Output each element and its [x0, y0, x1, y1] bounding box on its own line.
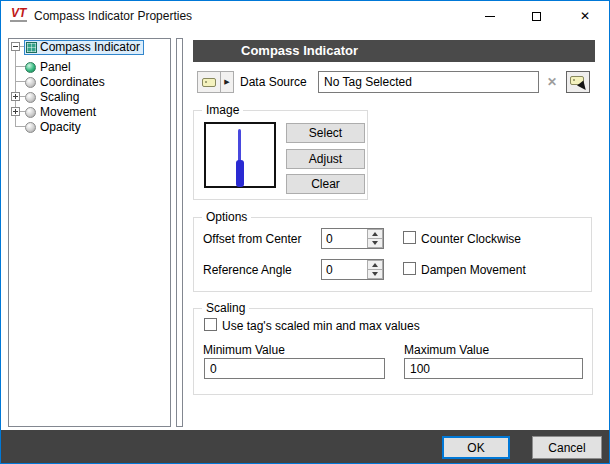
collapse-root-button[interactable] — [11, 42, 20, 51]
dialog-window: VT Compass Indicator Properties ✕ Compas… — [0, 0, 610, 464]
panel-header: Compass Indicator — [193, 40, 595, 62]
tree-item-label: Coordinates — [40, 76, 105, 89]
expand-scaling-button[interactable] — [11, 92, 20, 101]
tree-panel: Compass Indicator Panel Coordinates Scal… — [8, 38, 171, 427]
tree-connector-line — [16, 66, 25, 67]
panel-splitter[interactable] — [176, 38, 183, 427]
use-tag-scaled-label: Use tag's scaled min and max values — [222, 319, 420, 333]
minimize-icon — [485, 16, 495, 17]
maximize-button[interactable] — [513, 1, 559, 31]
tag-menu-expand-button[interactable]: ▶ — [221, 71, 234, 93]
cancel-button[interactable]: Cancel — [532, 436, 602, 459]
app-logo-icon: VT — [10, 7, 27, 22]
spin-up-button[interactable] — [367, 229, 383, 239]
minimize-button[interactable] — [467, 1, 513, 31]
spin-up-icon — [372, 263, 378, 267]
tree-item-label: Opacity — [40, 121, 81, 134]
minimum-value-input[interactable] — [204, 358, 385, 379]
reference-angle-label: Reference Angle — [203, 263, 292, 277]
tag-split-button: ▶ — [197, 71, 234, 93]
tree-item-label: Scaling — [40, 91, 79, 104]
compass-indicator-node-icon — [26, 42, 37, 53]
tree-item-opacity[interactable]: Opacity — [25, 120, 81, 134]
dampen-movement-label: Dampen Movement — [421, 263, 526, 277]
maximum-value-input[interactable] — [404, 358, 583, 379]
spin-down-icon — [372, 272, 378, 276]
node-status-green-icon — [25, 62, 36, 73]
plus-icon — [15, 109, 16, 114]
maximize-icon — [532, 12, 541, 21]
spin-down-icon — [372, 241, 378, 245]
minus-icon — [13, 46, 18, 47]
data-source-label: Data Source — [240, 75, 307, 89]
node-status-icon — [25, 122, 36, 133]
scaling-group: Scaling Use tag's scaled min and max val… — [193, 308, 593, 395]
clear-tag-button[interactable]: ✕ — [542, 72, 562, 92]
adjust-image-button[interactable]: Adjust — [286, 149, 365, 169]
compass-needle-preview — [204, 122, 276, 188]
needle-thick-segment — [236, 160, 244, 187]
tree-item-label: Compass Indicator — [40, 41, 140, 54]
plus-icon — [15, 94, 16, 99]
select-image-button[interactable]: Select — [286, 123, 365, 143]
spin-down-button[interactable] — [367, 270, 383, 279]
scaling-group-title: Scaling — [202, 301, 249, 315]
window-title: Compass Indicator Properties — [34, 9, 192, 23]
ok-button[interactable]: OK — [442, 436, 510, 459]
dampen-movement-checkbox[interactable] — [403, 262, 416, 275]
close-button[interactable]: ✕ — [562, 1, 608, 31]
tree-item-scaling[interactable]: Scaling — [25, 90, 79, 104]
offset-from-center-spinner — [321, 228, 384, 249]
close-icon: ✕ — [580, 10, 590, 22]
tree-connector-line — [16, 81, 25, 82]
node-status-icon — [25, 92, 36, 103]
tag-picker-button[interactable] — [566, 71, 590, 93]
spin-up-button[interactable] — [367, 260, 383, 270]
title-bar: VT Compass Indicator Properties ✕ — [1, 1, 609, 31]
node-status-icon — [25, 107, 36, 118]
counter-clockwise-label: Counter Clockwise — [421, 232, 521, 246]
spin-down-button[interactable] — [367, 239, 383, 248]
footer-bar: OK Cancel — [1, 430, 609, 463]
expand-movement-button[interactable] — [11, 107, 20, 116]
cursor-arrow-icon — [577, 80, 589, 92]
options-group-title: Options — [202, 210, 251, 224]
image-group-title: Image — [202, 103, 243, 117]
tree-item-label: Panel — [40, 61, 71, 74]
tag-menu-button[interactable] — [197, 71, 221, 93]
tree-item-movement[interactable]: Movement — [25, 105, 96, 119]
options-group: Options Offset from Center Counter Clock… — [193, 217, 592, 292]
counter-clockwise-checkbox[interactable] — [403, 231, 416, 244]
reference-angle-spinner — [321, 259, 384, 280]
tree-connector-line — [16, 126, 25, 127]
clear-x-icon: ✕ — [547, 75, 557, 89]
tag-icon — [202, 78, 216, 87]
offset-from-center-input[interactable] — [322, 229, 367, 248]
tree-item-label: Movement — [40, 106, 96, 119]
maximum-value-label: Maximum Value — [404, 343, 489, 357]
reference-angle-input[interactable] — [322, 260, 367, 279]
use-tag-scaled-checkbox[interactable] — [204, 318, 217, 331]
node-status-icon — [25, 77, 36, 88]
dropdown-arrow-icon: ▶ — [224, 78, 229, 86]
clear-image-button[interactable]: Clear — [286, 174, 365, 194]
offset-from-center-label: Offset from Center — [203, 232, 301, 246]
image-group: Image Select Adjust Clear — [193, 110, 368, 200]
tree-item-panel[interactable]: Panel — [25, 60, 71, 74]
spin-up-icon — [372, 232, 378, 236]
tree-item-compass-indicator[interactable]: Compass Indicator — [24, 40, 144, 55]
data-source-input[interactable] — [318, 71, 539, 93]
tree-item-coordinates[interactable]: Coordinates — [25, 75, 105, 89]
minimum-value-label: Minimum Value — [203, 343, 285, 357]
